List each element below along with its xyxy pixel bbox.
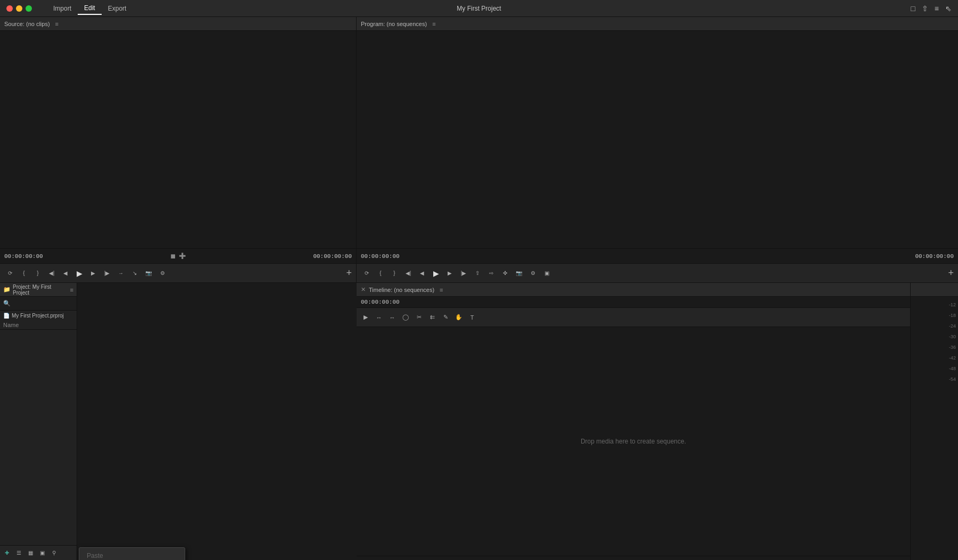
prog-mark-out-btn[interactable]: } <box>389 268 400 279</box>
program-label: Program: (no sequences) <box>361 21 427 27</box>
program-timecode-left: 00:00:00:00 <box>361 253 400 260</box>
prev-frame-btn[interactable]: ◀ <box>60 268 71 279</box>
settings-btn[interactable]: ⚙ <box>156 268 168 279</box>
program-content <box>357 31 958 248</box>
nav-export[interactable]: Export <box>102 3 133 14</box>
insert-btn[interactable]: → <box>115 268 127 279</box>
prog-lift-btn[interactable]: ⇧ <box>472 268 483 279</box>
tl-slip-tool[interactable]: ⇇ <box>426 312 438 323</box>
timeline-tools: ▶ ↔ ↔ ◯ ✂ ⇇ ✎ ✋ T <box>357 308 910 327</box>
tl-rolling-tool[interactable]: ↔ <box>386 312 398 323</box>
nav-edit[interactable]: Edit <box>78 2 102 15</box>
program-header: Program: (no sequences) ≡ <box>357 17 958 31</box>
prog-next-frame-btn[interactable]: ▶ <box>444 268 456 279</box>
tl-razor-tool[interactable]: ✂ <box>413 312 425 323</box>
go-out-btn[interactable]: |▶ <box>101 268 113 279</box>
left-column: Source: (no clips) ≡ 00:00:00:00 ■ ✚ 00:… <box>0 17 357 560</box>
prog-loop-btn[interactable]: ⟳ <box>361 268 373 279</box>
project-search: 🔍 <box>0 297 77 311</box>
tl-hand-tool[interactable]: ✋ <box>453 312 465 323</box>
nav-import[interactable]: Import <box>47 3 78 14</box>
project-panel-title: Project: My First Project <box>13 284 68 296</box>
source-timecode-right: 00:00:00:00 <box>313 253 352 260</box>
search-btn[interactable]: ⚲ <box>49 548 59 558</box>
project-toolbar: ✚ ☰ ▦ ▣ ⚲ <box>0 545 77 560</box>
timeline-timecode: 00:00:00:00 <box>361 299 400 305</box>
play-btn[interactable]: ▶ <box>73 268 85 279</box>
export-frame-btn[interactable]: 📷 <box>143 268 154 279</box>
share-icon[interactable]: ⇧ <box>922 4 928 13</box>
program-menu-icon[interactable]: ≡ <box>432 21 435 27</box>
add-control-btn[interactable]: + <box>346 268 352 279</box>
program-panel: Program: (no sequences) ≡ 00:00:00:00 00… <box>357 17 958 283</box>
overwrite-btn[interactable]: ↘ <box>129 268 141 279</box>
mark-out-btn[interactable]: } <box>32 268 44 279</box>
program-timecode-bar: 00:00:00:00 00:00:00:00 <box>357 248 958 263</box>
title-bar: Import Edit Export My First Project □ ⇧ … <box>0 0 958 17</box>
source-menu-icon[interactable]: ≡ <box>55 21 59 27</box>
next-frame-btn[interactable]: ▶ <box>87 268 99 279</box>
source-timecode-bar: 00:00:00:00 ■ ✚ 00:00:00:00 <box>0 248 356 263</box>
source-controls: ⟳ { } ◀| ◀ ▶ ▶ |▶ → ↘ 📷 ⚙ + <box>0 263 356 282</box>
tl-type-tool[interactable]: T <box>466 312 478 323</box>
panel-settings-icon[interactable]: □ <box>911 4 915 13</box>
prog-prev-frame-btn[interactable]: ◀ <box>416 268 428 279</box>
timeline-label: Timeline: (no sequences) <box>369 287 434 293</box>
prog-export-btn[interactable]: 📷 <box>513 268 525 279</box>
new-item-btn[interactable]: ✚ <box>2 548 12 558</box>
prog-trim-btn[interactable]: ✜ <box>499 268 511 279</box>
project-panel-header: 📁 Project: My First Project ≡ <box>0 283 77 297</box>
fit-icon[interactable]: ■ <box>170 252 176 261</box>
project-file-name: My First Project.prproj <box>12 313 64 319</box>
ctx-paste: Paste <box>79 549 185 560</box>
project-menu-icon[interactable]: ≡ <box>70 287 73 293</box>
menu-icon[interactable]: ≡ <box>935 4 939 13</box>
fullscreen-icon[interactable]: ⇖ <box>945 4 952 13</box>
window-controls <box>0 5 38 12</box>
timeline-menu-icon[interactable]: ≡ <box>440 287 443 293</box>
folder-icon: 📁 <box>3 286 11 293</box>
prog-go-out-btn[interactable]: |▶ <box>458 268 469 279</box>
project-content-area <box>0 330 77 560</box>
prog-mark-in-btn[interactable]: { <box>375 268 386 279</box>
bottom-row: ✕ Timeline: (no sequences) ≡ 00:00:00:00… <box>357 283 958 560</box>
right-column: Program: (no sequences) ≡ 00:00:00:00 00… <box>357 17 958 560</box>
tl-pen-tool[interactable]: ✎ <box>440 312 451 323</box>
maximize-button[interactable] <box>26 5 32 12</box>
program-timecode-right: 00:00:00:00 <box>915 253 954 260</box>
timeline-close-icon[interactable]: ✕ <box>361 286 366 293</box>
nav-menu: Import Edit Export <box>47 2 133 15</box>
timeline-scrollbar[interactable] <box>357 556 910 560</box>
prog-extract-btn[interactable]: ⇨ <box>485 268 497 279</box>
free-form-btn[interactable]: ▣ <box>37 548 47 558</box>
mini-panel-content: -12 -18 -24 -30 -36 -42 -48 -54 <box>911 297 958 560</box>
timeline-header: ✕ Timeline: (no sequences) ≡ <box>357 283 910 297</box>
prog-btn-b[interactable]: ⚙ <box>527 268 539 279</box>
prog-play-btn[interactable]: ▶ <box>430 268 442 279</box>
close-button[interactable] <box>6 5 13 12</box>
tl-rate-tool[interactable]: ◯ <box>400 312 411 323</box>
loop-btn[interactable]: ⟳ <box>4 268 16 279</box>
timeline-drop-message: Drop media here to create sequence. <box>581 438 686 445</box>
mini-panel-header <box>911 283 958 297</box>
prog-add-btn[interactable]: + <box>948 268 954 279</box>
go-in-btn[interactable]: ◀| <box>46 268 57 279</box>
minimize-button[interactable] <box>16 5 22 12</box>
mark-in-btn[interactable]: { <box>18 268 30 279</box>
prog-go-in-btn[interactable]: ◀| <box>402 268 414 279</box>
timeline-timecode-row: 00:00:00:00 <box>357 297 910 308</box>
project-panel: 📁 Project: My First Project ≡ 🔍 📄 My Fir… <box>0 283 77 560</box>
project-file-item[interactable]: 📄 My First Project.prproj <box>0 311 77 321</box>
tl-ripple-tool[interactable]: ↔ <box>373 312 385 323</box>
source-header: Source: (no clips) ≡ <box>0 17 356 31</box>
icon-view-btn[interactable]: ▦ <box>26 548 35 558</box>
bottom-left: 📁 Project: My First Project ≡ 🔍 📄 My Fir… <box>0 283 357 560</box>
project-title: My First Project <box>457 5 501 12</box>
zoom-icon[interactable]: ✚ <box>179 251 186 261</box>
tl-select-tool[interactable]: ▶ <box>360 312 371 323</box>
project-col-name: Name <box>0 321 77 330</box>
main-layout: Source: (no clips) ≡ 00:00:00:00 ■ ✚ 00:… <box>0 17 958 560</box>
list-view-btn[interactable]: ☰ <box>14 548 23 558</box>
program-controls: ⟳ { } ◀| ◀ ▶ ▶ |▶ ⇧ ⇨ ✜ 📷 ⚙ ▣ + <box>357 263 958 282</box>
prog-btn-c[interactable]: ▣ <box>541 268 552 279</box>
